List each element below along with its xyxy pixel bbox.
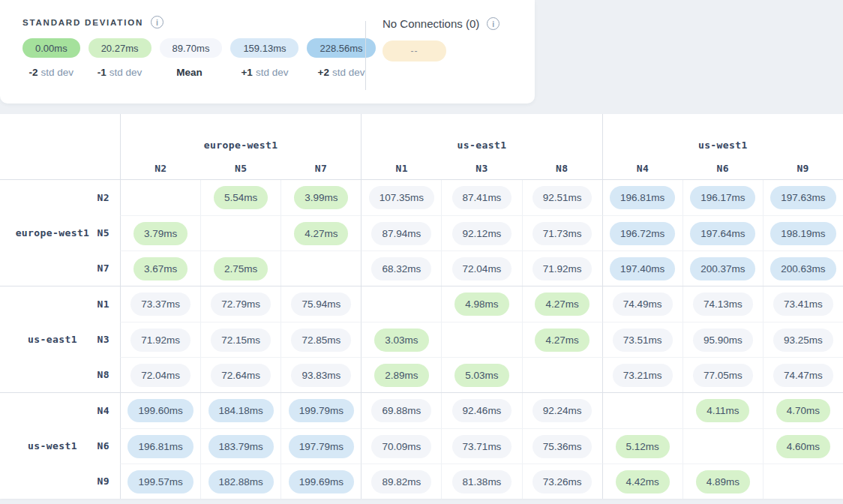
latency-pill[interactable]: 107.35ms xyxy=(369,186,434,209)
latency-cell: 73.41ms xyxy=(763,286,843,322)
legend-item: 159.13ms +1std dev xyxy=(230,38,298,78)
latency-pill[interactable]: 92.46ms xyxy=(452,399,512,422)
latency-pill[interactable]: 75.94ms xyxy=(291,292,351,316)
latency-pill[interactable]: 3.03ms xyxy=(374,328,428,352)
latency-pill[interactable]: 184.18ms xyxy=(208,399,274,422)
latency-cell: 184.18ms xyxy=(200,393,280,428)
latency-pill[interactable]: 4.11ms xyxy=(696,399,749,422)
legend-pill: 159.13ms xyxy=(230,38,298,58)
latency-pill[interactable]: 4.89ms xyxy=(696,470,750,494)
latency-cell: 196.72ms xyxy=(602,215,682,250)
latency-pill[interactable]: 4.27ms xyxy=(294,222,348,245)
latency-pill[interactable]: 4.60ms xyxy=(776,435,830,458)
row-node-label: N5 xyxy=(0,215,120,250)
latency-pill[interactable]: 92.12ms xyxy=(452,222,512,245)
latency-pill[interactable]: 199.57ms xyxy=(128,470,193,494)
latency-pill[interactable]: 5.12ms xyxy=(616,435,670,458)
column-region-label: us-west1 xyxy=(603,140,843,151)
latency-cell: 198.19ms xyxy=(763,215,843,250)
info-icon[interactable]: i xyxy=(487,17,500,30)
latency-pill[interactable]: 69.88ms xyxy=(371,399,431,422)
latency-pill[interactable]: 196.81ms xyxy=(128,435,193,458)
latency-pill[interactable]: 4.98ms xyxy=(454,292,508,316)
latency-pill[interactable]: 72.85ms xyxy=(291,328,351,352)
legend-label: -1std dev xyxy=(98,67,142,78)
std-dev-legend: STANDARD DEVIATION i 0.00ms -2std dev 20… xyxy=(22,16,376,78)
latency-pill[interactable]: 4.27ms xyxy=(535,292,589,316)
latency-pill[interactable]: 87.94ms xyxy=(371,222,431,245)
latency-pill[interactable]: 73.37ms xyxy=(130,292,190,316)
latency-cell: 73.26ms xyxy=(522,464,602,499)
info-icon[interactable]: i xyxy=(151,16,164,28)
latency-pill[interactable]: 200.37ms xyxy=(690,257,755,280)
latency-pill[interactable]: 72.04ms xyxy=(130,364,190,387)
latency-pill[interactable]: 73.21ms xyxy=(613,364,673,387)
latency-pill[interactable]: 92.51ms xyxy=(532,186,592,209)
latency-pill[interactable]: 199.60ms xyxy=(128,399,193,422)
latency-pill[interactable]: 77.05ms xyxy=(693,364,753,387)
latency-pill[interactable]: 95.90ms xyxy=(693,328,753,352)
latency-pill[interactable]: 71.92ms xyxy=(532,257,592,280)
column-node-label: N7 xyxy=(281,163,362,174)
latency-pill[interactable]: 3.79ms xyxy=(134,222,188,245)
latency-pill[interactable]: 200.63ms xyxy=(770,257,836,280)
latency-pill[interactable]: 93.25ms xyxy=(773,328,833,352)
column-node-label: N2 xyxy=(121,163,201,174)
latency-pill[interactable]: 74.13ms xyxy=(693,292,753,316)
latency-cell: 70.09ms xyxy=(361,428,441,464)
latency-pill[interactable]: 72.64ms xyxy=(211,364,271,387)
latency-pill[interactable]: 68.32ms xyxy=(371,257,431,280)
latency-pill[interactable]: 5.54ms xyxy=(214,186,268,209)
latency-pill[interactable]: 72.79ms xyxy=(211,292,271,316)
latency-pill[interactable]: 199.79ms xyxy=(289,399,354,422)
matrix-row-group: us-east1N173.37ms72.79ms75.94ms4.98ms4.2… xyxy=(0,286,843,392)
latency-pill[interactable]: 93.83ms xyxy=(291,364,351,387)
latency-cell: 4.89ms xyxy=(682,464,763,499)
latency-pill[interactable]: 2.89ms xyxy=(374,364,428,387)
latency-pill[interactable]: 70.09ms xyxy=(371,435,431,458)
legend-card: STANDARD DEVIATION i 0.00ms -2std dev 20… xyxy=(0,0,535,104)
latency-pill[interactable]: 5.03ms xyxy=(454,364,508,387)
latency-pill[interactable]: 75.36ms xyxy=(532,435,592,458)
latency-pill[interactable]: 3.67ms xyxy=(134,257,188,280)
latency-pill[interactable]: 73.51ms xyxy=(613,328,673,352)
latency-cell: 197.40ms xyxy=(602,250,682,286)
latency-pill[interactable]: 182.88ms xyxy=(208,470,274,494)
latency-pill[interactable]: 89.82ms xyxy=(371,470,431,494)
latency-cell: 199.69ms xyxy=(280,464,361,499)
latency-pill[interactable]: 73.71ms xyxy=(452,435,512,458)
latency-pill[interactable]: 196.72ms xyxy=(610,222,675,245)
latency-pill[interactable]: 74.49ms xyxy=(613,292,673,316)
latency-pill[interactable]: 73.26ms xyxy=(532,470,592,494)
latency-pill[interactable]: 2.75ms xyxy=(214,257,268,280)
latency-pill[interactable]: 197.64ms xyxy=(690,222,755,245)
latency-cell: 73.71ms xyxy=(441,428,521,464)
latency-pill[interactable]: 72.04ms xyxy=(452,257,512,280)
latency-pill[interactable]: 196.81ms xyxy=(610,186,675,209)
latency-cell: 4.70ms xyxy=(763,393,843,428)
latency-cell: 92.24ms xyxy=(522,393,602,428)
latency-cell: 199.60ms xyxy=(120,393,200,428)
legend-label: +1std dev xyxy=(241,67,288,78)
latency-pill[interactable]: 196.17ms xyxy=(690,186,755,209)
latency-pill[interactable]: 3.99ms xyxy=(294,186,348,209)
latency-pill[interactable]: 4.27ms xyxy=(535,328,589,352)
latency-pill[interactable]: 199.69ms xyxy=(289,470,354,494)
latency-pill[interactable]: 81.38ms xyxy=(452,470,512,494)
latency-cell: 72.04ms xyxy=(120,357,200,392)
latency-pill[interactable]: 71.92ms xyxy=(130,328,190,352)
latency-pill[interactable]: 92.24ms xyxy=(532,399,592,422)
latency-pill[interactable]: 197.40ms xyxy=(610,257,675,280)
latency-pill[interactable]: 4.42ms xyxy=(616,470,670,494)
latency-pill[interactable]: 197.79ms xyxy=(289,435,354,458)
latency-pill[interactable]: 72.15ms xyxy=(211,328,271,352)
latency-pill[interactable]: 198.19ms xyxy=(770,222,836,245)
latency-pill[interactable]: 4.70ms xyxy=(776,399,830,422)
latency-pill[interactable]: 183.79ms xyxy=(208,435,274,458)
latency-pill[interactable]: 74.47ms xyxy=(773,364,833,387)
latency-pill[interactable]: 71.73ms xyxy=(532,222,592,245)
latency-cell: 196.17ms xyxy=(682,180,763,215)
latency-pill[interactable]: 87.41ms xyxy=(452,186,512,209)
latency-pill[interactable]: 197.63ms xyxy=(770,186,836,209)
latency-pill[interactable]: 73.41ms xyxy=(773,292,833,316)
